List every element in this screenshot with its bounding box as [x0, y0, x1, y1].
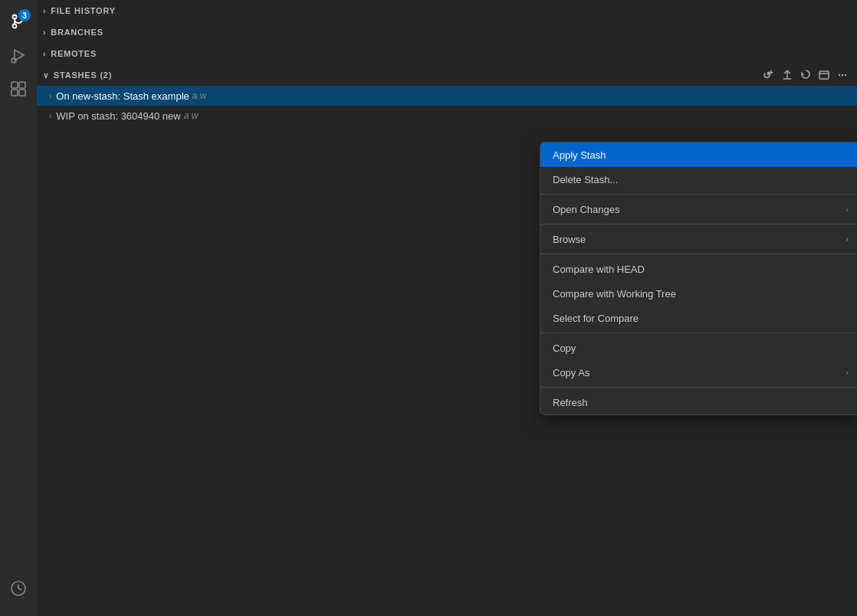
main-panel: › FILE HISTORY › BRANCHES › REMOTES ∨ ST…: [37, 0, 857, 616]
separator-2: [540, 224, 857, 224]
svg-point-0: [13, 15, 17, 19]
browse-arrow: ›: [846, 234, 849, 244]
menu-copy-as-label: Copy As: [553, 367, 589, 378]
menu-copy-label: Copy: [553, 342, 576, 354]
menu-browse-label: Browse: [553, 234, 586, 245]
menu-browse[interactable]: Browse ›: [540, 227, 857, 251]
activity-bar: 3: [0, 0, 37, 616]
menu-apply-stash-label: Apply Stash: [553, 149, 606, 161]
separator-3: [540, 254, 857, 254]
svg-rect-6: [11, 82, 18, 88]
run-debug-icon[interactable]: [3, 40, 34, 70]
extensions-icon[interactable]: [3, 74, 34, 104]
menu-compare-working-label: Compare with Working Tree: [553, 288, 676, 300]
copy-as-arrow: ›: [846, 368, 849, 377]
git-history-icon[interactable]: [3, 573, 34, 604]
menu-compare-head[interactable]: Compare with HEAD: [540, 257, 857, 281]
svg-point-2: [13, 25, 17, 28]
menu-select-compare-label: Select for Compare: [553, 313, 639, 324]
source-control-badge: 3: [18, 9, 31, 21]
menu-select-compare[interactable]: Select for Compare: [540, 306, 857, 330]
open-changes-arrow: ›: [846, 205, 849, 214]
menu-delete-stash[interactable]: Delete Stash...: [540, 167, 857, 192]
menu-open-changes[interactable]: Open Changes ›: [540, 197, 857, 221]
separator-1: [540, 194, 857, 195]
menu-delete-stash-label: Delete Stash...: [553, 174, 618, 185]
separator-4: [540, 333, 857, 333]
menu-copy[interactable]: Copy: [540, 336, 857, 360]
svg-rect-9: [19, 90, 25, 96]
context-menu-overlay[interactable]: Apply Stash Delete Stash... Open Changes…: [37, 0, 857, 616]
svg-rect-7: [19, 82, 25, 88]
context-menu: Apply Stash Delete Stash... Open Changes…: [540, 142, 857, 415]
menu-open-changes-label: Open Changes: [553, 204, 619, 215]
svg-rect-8: [11, 90, 18, 96]
menu-refresh[interactable]: Refresh: [540, 390, 857, 414]
menu-compare-working[interactable]: Compare with Working Tree: [540, 281, 857, 306]
source-control-icon[interactable]: 3: [3, 6, 34, 37]
menu-refresh-label: Refresh: [553, 397, 588, 408]
menu-apply-stash[interactable]: Apply Stash: [540, 143, 857, 167]
menu-copy-as[interactable]: Copy As ›: [540, 360, 857, 385]
separator-5: [540, 387, 857, 388]
menu-compare-head-label: Compare with HEAD: [553, 264, 645, 275]
